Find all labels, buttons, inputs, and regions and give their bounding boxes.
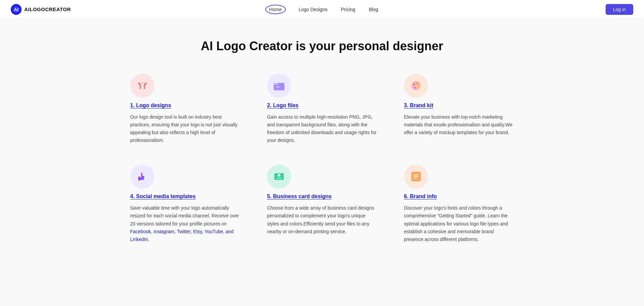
feature-desc-brand-kit: Elevate your business with top-notch mar… bbox=[404, 113, 514, 136]
navbar: AI AILOGOCREATOR Home Logo Designs Prici… bbox=[0, 0, 644, 19]
palette-icon bbox=[410, 80, 422, 92]
page-title: AI Logo Creator is your personal designe… bbox=[130, 39, 514, 53]
nav-link-blog[interactable]: Blog bbox=[368, 5, 379, 13]
nav-link-pricing[interactable]: Pricing bbox=[340, 5, 356, 13]
nav-logo-text: AILOGOCREATOR bbox=[24, 6, 71, 12]
feature-icon-business-card bbox=[267, 164, 291, 189]
svg-point-11 bbox=[417, 86, 419, 88]
logo-icon: AI bbox=[11, 4, 22, 15]
feature-title-brand-kit: 3. Brand kit bbox=[404, 102, 514, 109]
feature-icon-brand-kit bbox=[404, 73, 428, 98]
feature-desc-logo-designs: Our logo design tool is built on industr… bbox=[130, 113, 240, 144]
svg-point-12 bbox=[414, 87, 416, 89]
svg-text:AI: AI bbox=[14, 7, 19, 12]
nav-links: Home Logo Designs Pricing Blog bbox=[265, 5, 379, 14]
svg-rect-19 bbox=[413, 176, 419, 177]
feature-card-brand-info: 6. Brand info Discover your logo's fonts… bbox=[404, 164, 514, 243]
brandinfo-icon bbox=[410, 171, 422, 183]
feature-title-business-card: 5. Business card designs bbox=[267, 193, 377, 200]
feature-icon-brand-info bbox=[404, 164, 428, 189]
svg-rect-18 bbox=[413, 175, 419, 175]
feature-card-logo-files: 2. Logo files Gain access to multiple hi… bbox=[267, 73, 377, 144]
main-content: AI Logo Creator is your personal designe… bbox=[103, 19, 541, 270]
feature-icon-social-media bbox=[130, 164, 155, 189]
svg-rect-16 bbox=[276, 178, 282, 179]
tshirt-icon bbox=[136, 80, 148, 92]
svg-point-15 bbox=[278, 174, 280, 177]
svg-rect-6 bbox=[274, 83, 278, 85]
thumbsup-icon bbox=[136, 171, 148, 183]
nav-link-logo-designs[interactable]: Logo Designs bbox=[298, 5, 328, 13]
svg-point-3 bbox=[136, 80, 148, 92]
svg-point-4 bbox=[142, 82, 143, 84]
feature-card-brand-kit: 3. Brand kit Elevate your business with … bbox=[404, 73, 514, 144]
svg-point-8 bbox=[411, 81, 421, 90]
nav-logo[interactable]: AI AILOGOCREATOR bbox=[11, 4, 71, 15]
feature-icon-logo-designs bbox=[130, 73, 155, 98]
feature-card-logo-designs: 1. Logo designs Our logo design tool is … bbox=[130, 73, 240, 144]
login-button[interactable]: Log in bbox=[606, 4, 633, 15]
svg-rect-20 bbox=[413, 178, 417, 179]
feature-title-logo-files: 2. Logo files bbox=[267, 102, 377, 109]
businesscard-icon bbox=[273, 171, 285, 183]
social-links[interactable]: Facebook, Instagram, Twitter, Etsy, YouT… bbox=[130, 229, 234, 242]
feature-title-social-media: 4. Social media templates bbox=[130, 193, 240, 200]
feature-desc-brand-info: Discover your logo's fonts and colors th… bbox=[404, 204, 514, 243]
svg-point-10 bbox=[416, 83, 418, 85]
feature-title-logo-designs: 1. Logo designs bbox=[130, 102, 240, 109]
features-grid: 1. Logo designs Our logo design tool is … bbox=[130, 73, 514, 243]
svg-rect-13 bbox=[138, 177, 140, 181]
feature-desc-social-media: Save valuable time with your logo automa… bbox=[130, 204, 240, 243]
feature-card-business-card: 5. Business card designs Choose from a w… bbox=[267, 164, 377, 243]
folder-icon bbox=[273, 80, 285, 92]
feature-card-social-media: 4. Social media templates Save valuable … bbox=[130, 164, 240, 243]
nav-link-home[interactable]: Home bbox=[265, 5, 286, 14]
feature-title-brand-info: 6. Brand info bbox=[404, 193, 514, 200]
svg-point-9 bbox=[413, 83, 415, 85]
svg-rect-7 bbox=[276, 87, 280, 87]
feature-desc-logo-files: Gain access to multiple high-resolution … bbox=[267, 113, 377, 144]
feature-desc-business-card: Choose from a wide array of business car… bbox=[267, 204, 377, 235]
feature-icon-logo-files bbox=[267, 73, 291, 98]
